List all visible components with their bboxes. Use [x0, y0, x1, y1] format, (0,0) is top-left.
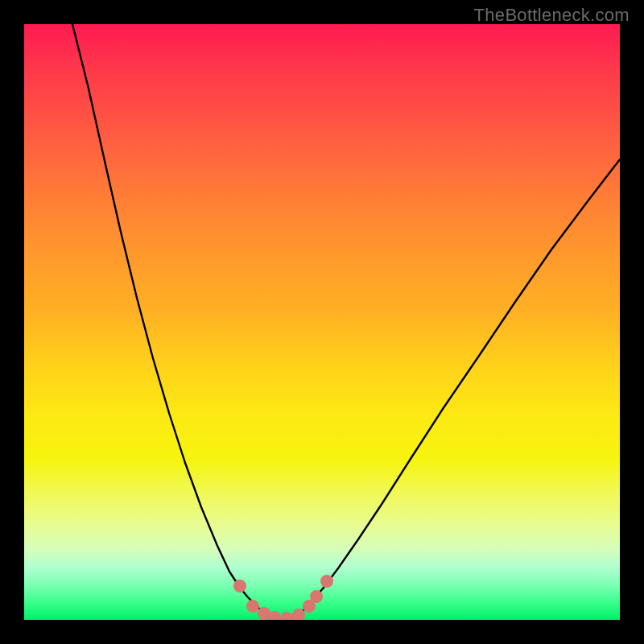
series-left-branch	[72, 24, 266, 616]
curve-series	[72, 24, 620, 619]
series-right-branch	[298, 159, 620, 616]
dot-floor-b	[280, 612, 293, 620]
chart-plot-area	[24, 24, 620, 620]
chart-svg	[24, 24, 620, 620]
dot-right-c	[310, 590, 323, 603]
dot-left-a	[246, 600, 259, 613]
chart-frame: TheBottleneck.com	[0, 0, 644, 644]
dot-right-upper	[320, 575, 333, 588]
watermark-text: TheBottleneck.com	[474, 5, 630, 26]
dot-left-upper	[233, 580, 246, 592]
